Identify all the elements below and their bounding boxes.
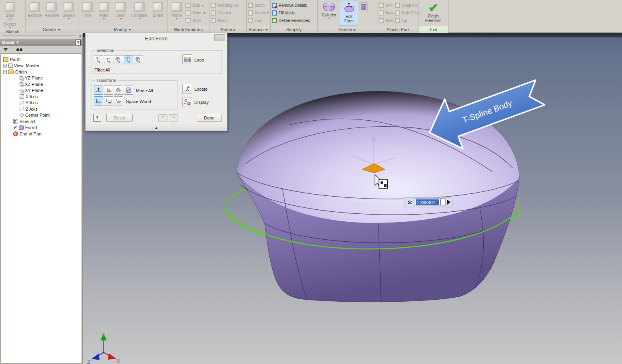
undo-button[interactable]: ↶: [158, 114, 167, 122]
rectangular-pattern-button[interactable]: Rectangular: [211, 2, 239, 8]
tree-item-view-master[interactable]: + View: Master: [2, 63, 82, 69]
tree-item-part2[interactable]: Part2: [2, 56, 82, 63]
reset-button[interactable]: Reset: [106, 114, 133, 122]
space-plane-button[interactable]: [114, 96, 123, 105]
convert-freeform-button[interactable]: [359, 2, 368, 11]
tree-item-y-axis[interactable]: Y Axis: [2, 100, 82, 106]
select-loop-button[interactable]: [124, 55, 133, 64]
selection-group-label: Selection: [95, 48, 116, 53]
shell-button[interactable]: Shell: [113, 1, 129, 26]
circular-pattern-button[interactable]: Circular: [211, 10, 239, 16]
trim-button[interactable]: Trim: [248, 18, 269, 24]
fill-voids-button[interactable]: Fill Voids: [272, 10, 310, 16]
sweep-button[interactable]: Sweep: [61, 1, 77, 26]
cylinder-icon: [322, 2, 336, 12]
revolve-button[interactable]: Revolve: [44, 1, 60, 26]
translate-button[interactable]: [104, 86, 113, 95]
search-binoculars-icon[interactable]: [16, 48, 22, 51]
fillet-button[interactable]: Fillet: [96, 1, 112, 26]
group-label-simplify[interactable]: Simplify: [271, 26, 317, 33]
space-axes-button[interactable]: [94, 96, 103, 105]
boss-button[interactable]: Boss: [379, 10, 394, 16]
display-button[interactable]: [182, 97, 192, 107]
group-label-modify[interactable]: Modify: [78, 26, 167, 33]
done-button[interactable]: Done: [197, 114, 222, 122]
transform-all-button[interactable]: [94, 86, 103, 95]
locate-button[interactable]: [182, 84, 192, 94]
axis-button[interactable]: Axis: [185, 2, 205, 8]
select-body-button[interactable]: [134, 55, 143, 64]
point-button[interactable]: Point: [185, 10, 205, 16]
tree-item-xz-plane[interactable]: XZ Plane: [2, 81, 82, 88]
group-label-freeform[interactable]: Freeform: [318, 26, 377, 33]
tree-item-form1[interactable]: ✔ Form1: [2, 125, 82, 131]
tree-item-x-axis[interactable]: X Axis: [2, 93, 82, 100]
define-envelopes-button[interactable]: Define Envelopes: [272, 18, 310, 24]
tree-item-yz-plane[interactable]: YZ Plane: [2, 75, 82, 82]
button-label: Boss: [385, 11, 394, 15]
tree-item-origin[interactable]: − Origin: [2, 69, 82, 75]
expand-icon[interactable]: +: [3, 64, 7, 68]
dialog-close-button[interactable]: ✕: [214, 34, 225, 41]
dialog-collapse-strip[interactable]: ▲: [86, 125, 227, 131]
tree-item-xy-plane[interactable]: XY Plane: [2, 88, 82, 94]
cylinder-button[interactable]: Cylinder: [319, 1, 339, 26]
group-label-exit[interactable]: Exit: [419, 26, 448, 33]
tree-item-label: View: Master: [14, 63, 39, 68]
stitch-icon: [248, 3, 253, 8]
select-edge-button[interactable]: [104, 55, 113, 64]
button-label: Direct: [153, 13, 163, 18]
button-label: 2D Sketch: [2, 18, 18, 26]
remove-details-button[interactable]: Remove Details: [272, 2, 310, 8]
browser-grip[interactable]: x: [0, 34, 82, 39]
rest-icon: [379, 18, 384, 23]
rotate-button[interactable]: [114, 86, 123, 95]
group-label-pattern[interactable]: Pattern: [209, 26, 246, 33]
group-label-work-features[interactable]: Work Features: [167, 26, 209, 33]
button-label: Cylinder: [322, 13, 337, 17]
flyout-arrow-icon: [203, 12, 205, 14]
plane-button[interactable]: Plane: [169, 1, 185, 26]
filter-icon[interactable]: [3, 48, 8, 51]
collapse-icon[interactable]: −: [3, 70, 7, 74]
redo-button[interactable]: ↷: [169, 114, 178, 122]
snap-fit-button[interactable]: Snap Fit: [395, 2, 419, 8]
direct-button[interactable]: Direct: [150, 1, 166, 26]
hole-button[interactable]: Hole: [80, 1, 96, 26]
browser-close-icon[interactable]: x: [79, 34, 81, 38]
finish-freeform-button[interactable]: ✔ Finish Freeform: [421, 1, 445, 26]
button-label: Trim: [255, 18, 263, 23]
tree-item-end-of-part[interactable]: x End of Part: [2, 131, 82, 137]
tree-item-center-point[interactable]: Center Point: [2, 112, 82, 119]
button-label: Patch: [255, 11, 265, 15]
patch-button[interactable]: Patch: [248, 10, 269, 16]
rest-button[interactable]: Rest: [379, 18, 394, 24]
scale-value-control[interactable]: S: 1.398302: [404, 197, 452, 207]
group-label-surface[interactable]: Surface: [247, 26, 270, 33]
loop-button[interactable]: [182, 54, 192, 64]
edit-form-button[interactable]: Edit Form: [340, 1, 358, 26]
group-label-create[interactable]: Create: [26, 26, 78, 33]
browser-help-icon[interactable]: ?: [76, 40, 81, 45]
sweep-icon: [64, 2, 74, 12]
scale-field-label: S:: [408, 200, 413, 205]
select-face-button[interactable]: [114, 55, 123, 64]
grill-button[interactable]: Grill: [379, 2, 394, 8]
tree-item-sketch1[interactable]: Sketch1: [2, 118, 82, 125]
rule-fillet-button[interactable]: Rule Fillet: [395, 10, 419, 16]
mirror-button[interactable]: Mirror: [211, 18, 239, 24]
group-label-plastic-part[interactable]: Plastic Part: [377, 26, 418, 33]
lip-button[interactable]: Lip: [395, 18, 419, 24]
tree-item-z-axis[interactable]: Z Axis: [2, 106, 82, 112]
select-vertex-button[interactable]: [94, 55, 103, 64]
start-2d-sketch-button[interactable]: Start 2D Sketch: [1, 1, 19, 29]
group-label-sketch[interactable]: Sketch: [0, 29, 25, 34]
extrude-button[interactable]: Extrude: [27, 1, 43, 26]
space-view-button[interactable]: [104, 96, 113, 105]
ucs-button[interactable]: UCS: [185, 18, 205, 24]
dialog-help-button[interactable]: ?: [93, 114, 101, 122]
stitch-button[interactable]: Stitch: [248, 2, 269, 8]
combine-button[interactable]: Combine: [130, 1, 150, 26]
browser-title-bar[interactable]: Model ?: [0, 39, 82, 46]
scale-button[interactable]: [124, 86, 133, 95]
